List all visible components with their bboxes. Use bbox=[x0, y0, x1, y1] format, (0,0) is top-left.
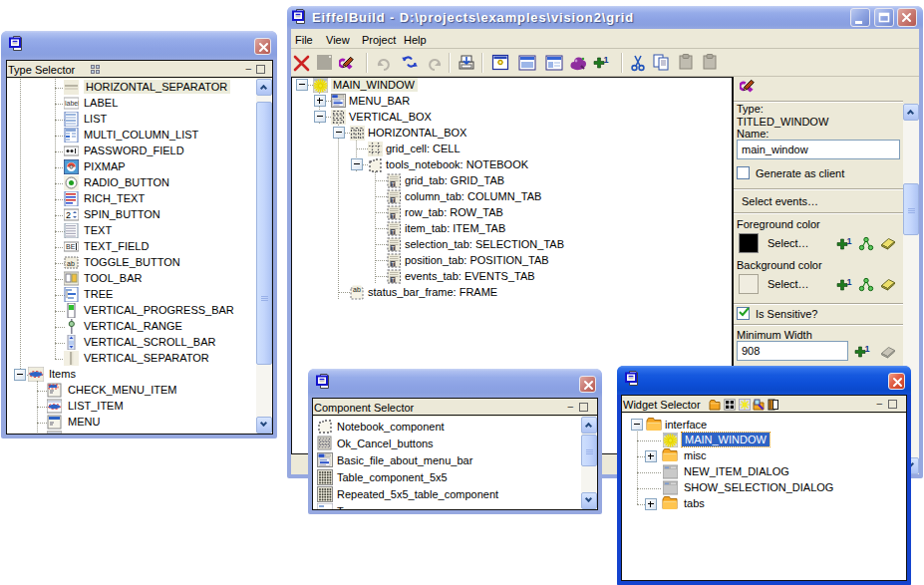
svg-text:ab: ab bbox=[353, 286, 361, 293]
svg-text:label: label bbox=[65, 100, 79, 107]
svg-text:1: 1 bbox=[865, 344, 870, 354]
svg-text:1: 1 bbox=[847, 277, 852, 287]
svg-text:ab: ab bbox=[67, 260, 75, 267]
svg-text:1: 1 bbox=[604, 55, 609, 65]
svg-text:BE: BE bbox=[66, 243, 76, 250]
svg-text:2: 2 bbox=[66, 210, 71, 220]
svg-text:1: 1 bbox=[847, 236, 852, 246]
